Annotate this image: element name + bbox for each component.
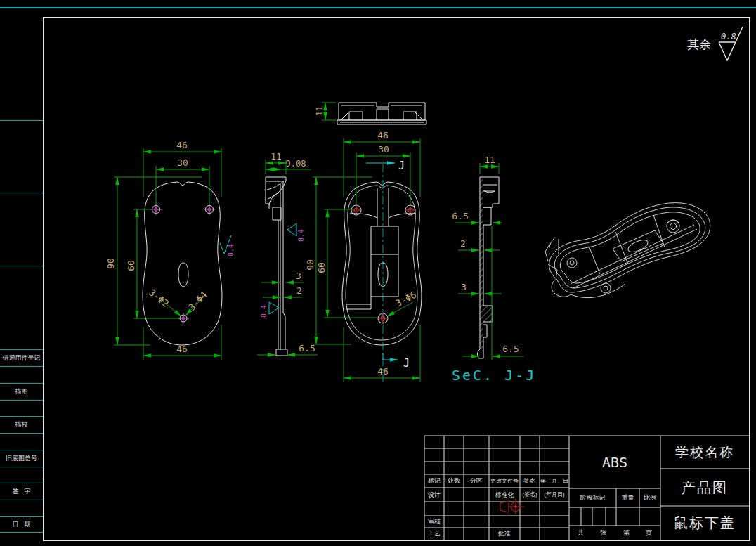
section-mark-bottom: J: [403, 357, 410, 370]
dim-base: 6.5: [502, 344, 519, 354]
dim-wall: 2: [460, 238, 466, 249]
finish-check-icon: [287, 223, 296, 236]
dim-wall: 2: [296, 285, 302, 296]
iso-boss-hole: [670, 223, 677, 230]
role-standardization: 标准化: [489, 488, 520, 502]
section-line-bottom: [383, 353, 385, 360]
iso-floor-outline: [560, 212, 700, 283]
finish-left: 0.4: [260, 305, 268, 318]
finish-right: 0.4: [297, 229, 305, 242]
dim-width: 11: [484, 155, 495, 165]
base-foot: [276, 349, 287, 356]
dim-hole-span: 30: [378, 144, 389, 155]
role-approve: 批准: [489, 528, 520, 540]
hole-center-marks: [377, 313, 389, 324]
extension-lines: [324, 209, 377, 318]
extension-lines: [143, 325, 221, 360]
hatch-wall: [480, 177, 483, 349]
finish-check-icon: [269, 302, 279, 314]
top-elevation-inner: [341, 105, 422, 119]
projection-center-dot: [514, 505, 517, 508]
dim-hole-height: 60: [126, 260, 136, 271]
mouse-outline: [143, 182, 222, 345]
iso-outer-outline: [549, 203, 710, 292]
pages-row: 共 张 第 页: [569, 526, 660, 540]
dim-height: 90: [105, 258, 116, 269]
rev-header-signature: 签名: [520, 474, 540, 488]
side-profile-view: 0.4 0.4 11 9.08 3 2 6.5: [257, 151, 318, 356]
dim-width-top: 46: [377, 130, 389, 141]
school-name: 学校名称: [660, 436, 749, 469]
dim-width-top: 46: [176, 140, 188, 150]
rev-header-date: 年、月、日: [540, 474, 569, 488]
material-value: ABS: [569, 436, 660, 488]
section-bottom-hook: [477, 349, 483, 358]
pages-total-label: 共: [578, 530, 584, 536]
role-design: 设计: [424, 488, 444, 502]
iso-clip: [545, 238, 559, 280]
projection-frustum-icon: [500, 501, 509, 512]
iso-boss-hole: [570, 261, 574, 265]
iso-rib-diagonal: [571, 225, 697, 288]
dim-width: 11: [271, 151, 282, 162]
dim-hole-height: 60: [316, 262, 327, 273]
dim-top-depth: 6.5: [452, 211, 468, 221]
extension-lines: [313, 177, 372, 344]
part-name: 鼠标下盖: [660, 506, 749, 540]
sensor-slot: [178, 263, 188, 287]
signature-hint: (签名): [520, 488, 540, 502]
top-elevation-flange: [337, 120, 426, 124]
dim-top-height: 11: [315, 106, 325, 116]
rev-header-count: 处数: [444, 474, 464, 488]
pages-no-label: 第: [623, 530, 630, 536]
date-hint: (年月日): [540, 488, 569, 502]
extension-lines: [266, 160, 286, 174]
mouse-outline-outer: [342, 182, 422, 345]
rev-header-zone: 分区: [464, 474, 489, 488]
role-process: 工艺: [424, 528, 444, 540]
role-review: 审核: [424, 516, 444, 528]
dim-offset: 9.08: [286, 159, 306, 169]
inner-plan-view: 11 3-Φ6 46 30: [305, 103, 426, 385]
leader-pilot-holes: 3-Φ2: [147, 287, 171, 309]
isometric-view: [545, 203, 710, 298]
cad-drawing-sheet: 借通用件登记 描图 描校 旧底图总号 签字 日期 其余 0.8: [0, 0, 756, 546]
side-ledge: [346, 297, 371, 309]
iso-boss-hole: [604, 286, 608, 290]
section-mark-top: J: [398, 160, 405, 172]
hatch-boss: [483, 306, 493, 322]
roughness-value: 0.8: [721, 32, 736, 41]
iso-rim-outline: [554, 207, 705, 288]
section-jj-view: 11 6.5 2 3 6.5 SeC. J-J: [452, 155, 536, 384]
wall-lines: [278, 181, 285, 350]
section-wall: [483, 207, 493, 358]
leader-cbore-holes: 3-Φ4: [186, 290, 209, 313]
iso-boss: [567, 258, 577, 268]
hole-center-marks: [150, 204, 215, 215]
top-elevation-bosses: [349, 109, 417, 120]
drawing-type: 产品图: [660, 469, 749, 506]
dim-height: 90: [305, 259, 315, 271]
profile-step: [273, 207, 281, 220]
weight-label: 重量: [616, 488, 639, 507]
profile-curves: [266, 181, 284, 199]
iso-boss: [601, 283, 611, 293]
iso-boss: [667, 220, 679, 233]
pages-sheets-label: 张: [600, 530, 606, 536]
dim-hole-span: 30: [177, 157, 188, 168]
dim-rib: 3: [461, 282, 467, 292]
scale-label: 比例: [639, 488, 660, 507]
outer-plan-view: 46 30 90 60 46 3-Φ2 3-Φ4 0.4: [105, 140, 235, 360]
finish-value: 0.4: [227, 244, 235, 256]
rev-header-mark: 标记: [424, 474, 444, 488]
dim-rib: 3: [296, 271, 301, 281]
section-caption: SeC. J-J: [452, 367, 536, 384]
dim-width-bottom: 46: [176, 344, 188, 354]
pages-page-label: 页: [646, 530, 652, 536]
rev-header-doc-no: 更改文件号: [489, 474, 520, 488]
surface-roughness-symbol: 0.8: [719, 27, 743, 60]
dim-width-bottom: 46: [377, 366, 389, 377]
stage-label: 阶段标记: [569, 488, 616, 507]
hole-center-marks: [351, 204, 362, 216]
